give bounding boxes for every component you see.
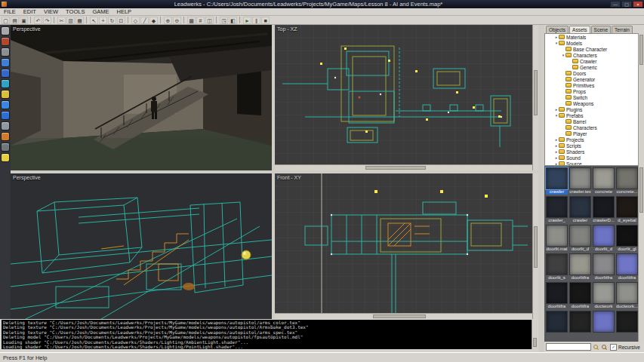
asset-thumbnail-image[interactable]	[546, 253, 568, 275]
tree-folder-row[interactable]: ▾ Models	[545, 40, 643, 46]
panel-tab[interactable]: Assets	[569, 26, 590, 33]
tree-folder-row[interactable]: Primitives	[545, 82, 643, 88]
asset-thumbnail[interactable]	[593, 311, 615, 338]
snap-toggle-icon[interactable]: ◫	[205, 17, 214, 24]
asset-thumbnail-image[interactable]	[593, 196, 615, 218]
tree-folder-row[interactable]: ▸ Sound	[545, 155, 643, 161]
asset-thumbnail[interactable]: crawlerD...	[593, 196, 615, 223]
toolbar-icon[interactable]	[128, 17, 130, 23]
perspective-wireframe-canvas[interactable]	[11, 173, 272, 319]
copy-icon[interactable]: ▥	[66, 17, 75, 24]
asset-thumbnail-image[interactable]	[616, 225, 638, 247]
pause-game-icon[interactable]: ∥	[252, 17, 260, 24]
asset-thumbnail-image[interactable]	[569, 253, 591, 275]
asset-filter-input[interactable]	[546, 343, 591, 351]
asset-thumbnail-image[interactable]	[593, 167, 615, 189]
select-tool[interactable]	[2, 27, 9, 35]
front-xy-wireframe-canvas[interactable]	[275, 173, 532, 313]
wireframe-view-icon[interactable]: ◳	[220, 17, 228, 24]
asset-thumbnail[interactable]: d_eyebal	[616, 196, 638, 223]
tree-folder-row[interactable]: Characters	[545, 124, 643, 130]
menu-item[interactable]: GAME	[88, 8, 112, 15]
tree-folder-row[interactable]: Crawler	[545, 58, 643, 64]
asset-thumbnail-image[interactable]	[546, 282, 568, 304]
asset-thumbnail[interactable]: concrete	[593, 167, 615, 195]
camera-tool[interactable]	[2, 143, 9, 151]
zoom-in-icon[interactable]: ⊕	[164, 17, 172, 24]
new-icon[interactable]: ▢	[2, 17, 10, 24]
tree-folder-row[interactable]: Doors	[545, 70, 643, 76]
waypoint-tool[interactable]	[2, 154, 9, 161]
grid-larger-icon[interactable]: #	[196, 17, 205, 24]
undo-icon[interactable]: ↶	[34, 17, 42, 24]
grid-smaller-icon[interactable]: ▩	[187, 17, 196, 24]
open-icon[interactable]: ▤	[11, 17, 19, 24]
asset-thumbnail-image[interactable]	[616, 311, 638, 333]
paste-icon[interactable]: ▦	[75, 17, 84, 24]
select-icon[interactable]: ↖	[90, 17, 98, 24]
toolbar-icon[interactable]	[239, 17, 242, 23]
face-mode-icon[interactable]: ◆	[149, 17, 158, 24]
asset-thumbnail[interactable]: doorlit_gl	[616, 225, 638, 252]
tree-folder-row[interactable]: Generator	[545, 76, 643, 82]
scrollbar-thumb[interactable]	[534, 226, 538, 268]
tree-folder-row[interactable]: ▸ Shaders	[545, 149, 643, 155]
asset-thumbnail-image[interactable]	[616, 282, 638, 304]
asset-thumbnail-image[interactable]	[593, 253, 615, 275]
asset-thumbnail-image[interactable]	[593, 225, 615, 247]
search-options-icon[interactable]	[601, 344, 608, 351]
scrollbar-thumb[interactable]	[373, 314, 426, 318]
particle-emitter-tool[interactable]	[2, 133, 9, 140]
asset-thumbnail[interactable]	[616, 311, 638, 338]
asset-thumbnail[interactable]: doorlitfra	[569, 282, 591, 309]
asset-thumbnail-image[interactable]	[569, 311, 591, 333]
asset-thumbnail[interactable]	[569, 311, 591, 338]
panel-splitter[interactable]	[538, 25, 544, 352]
tree-folder-row[interactable]: ▾ Characters	[545, 52, 643, 58]
viewport-perspective-rendered[interactable]: Perspective	[11, 25, 272, 170]
menu-item[interactable]: HELP	[113, 8, 136, 15]
vertex-mode-icon[interactable]: ◇	[131, 17, 140, 24]
asset-thumbnail[interactable]: crawler	[546, 167, 568, 195]
recursive-checkbox[interactable]: ✓	[610, 344, 617, 351]
toolbar-icon[interactable]	[86, 17, 88, 23]
top-xz-wireframe-canvas[interactable]	[275, 25, 532, 164]
asset-thumbnail[interactable]: doorlitfra	[569, 253, 591, 281]
asset-thumbnail[interactable]: doorlitfra	[616, 253, 638, 281]
stop-game-icon[interactable]: ■	[261, 17, 270, 24]
translate-tool[interactable]	[2, 38, 9, 45]
menu-item[interactable]: FILE	[0, 8, 20, 15]
asset-thumbnail[interactable]: doorlitfra	[593, 253, 615, 281]
menu-item[interactable]: EDIT	[20, 8, 40, 15]
tree-scrollbar[interactable]	[638, 33, 644, 166]
asset-thumbnail-image[interactable]	[616, 253, 638, 275]
asset-thumbnail[interactable]: doorlit_d	[593, 225, 615, 252]
asset-thumbnail[interactable]: ductwork	[593, 282, 615, 309]
textured-view-icon[interactable]: ◧	[229, 17, 237, 24]
asset-thumbnail-image[interactable]	[569, 196, 591, 218]
cylinder-brush-tool[interactable]	[2, 80, 9, 87]
asset-thumbnail-image[interactable]	[546, 167, 568, 189]
cone-brush-tool[interactable]	[2, 90, 9, 98]
tree-folder-row[interactable]: Barrel	[545, 118, 643, 124]
front-xy-vertical-scrollbar[interactable]	[532, 173, 538, 319]
asset-thumbnail-image[interactable]	[569, 225, 591, 247]
thumbnail-scrollbar[interactable]	[638, 166, 644, 342]
menu-item[interactable]: TOOLS	[62, 8, 88, 15]
toolbar-icon[interactable]	[183, 17, 186, 23]
asset-thumbnail-image[interactable]	[569, 167, 591, 189]
tree-folder-row[interactable]: ▸ Materials	[545, 34, 643, 40]
zoom-out-icon[interactable]: ⊖	[173, 17, 181, 24]
asset-thumbnail[interactable]: ductwork...	[616, 282, 638, 309]
asset-thumbnail-image[interactable]	[616, 167, 638, 189]
box-brush-tool[interactable]	[2, 69, 9, 77]
viewport-front-xy[interactable]: Front - XY	[275, 173, 532, 313]
asset-thumbnail[interactable]	[546, 311, 568, 338]
tree-folder-row[interactable]: ▸ Plugins	[545, 106, 643, 112]
scrollbar-thumb[interactable]	[639, 35, 643, 65]
asset-thumbnail-image[interactable]	[546, 196, 568, 218]
scrollbar-thumb[interactable]	[533, 338, 537, 347]
top-xz-vertical-scrollbar[interactable]	[532, 25, 538, 170]
asset-thumbnail[interactable]: doorlit.mat	[546, 225, 568, 252]
asset-thumbnail-image[interactable]	[593, 311, 615, 333]
